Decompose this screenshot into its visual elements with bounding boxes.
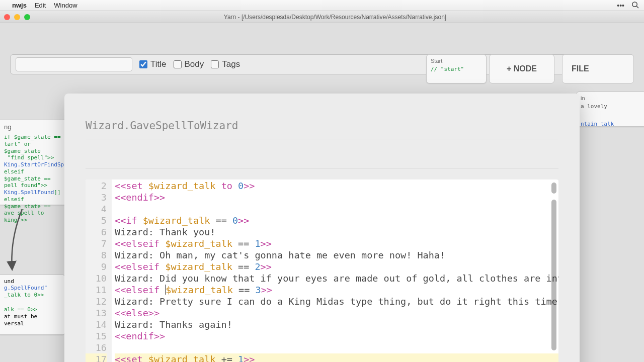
app-menu[interactable]: nwjs <box>12 2 27 9</box>
scrollbar-thumb[interactable] <box>551 200 556 350</box>
code-body[interactable]: <<set $wizard_talk to 0>><<endif>><<if $… <box>112 179 558 362</box>
window-minimize-button[interactable] <box>14 14 20 20</box>
window-titlebar: Yarn - [/Users/desplesda/Desktop/Work/Re… <box>0 11 644 23</box>
menu-window[interactable]: Window <box>54 2 77 9</box>
node-editor-modal: 234567891011121314151617 <<set $wizard_t… <box>64 94 580 362</box>
window-title: Yarn - [/Users/desplesda/Desktop/Work/Re… <box>30 14 640 21</box>
vertical-scrollbar[interactable] <box>551 200 556 360</box>
svg-point-0 <box>632 2 637 6</box>
line-gutter: 234567891011121314151617 <box>86 179 112 362</box>
menu-edit[interactable]: Edit <box>35 2 46 9</box>
window-zoom-button[interactable] <box>24 14 30 20</box>
node-tags-field[interactable] <box>86 139 558 168</box>
overflow-icon[interactable]: ••• <box>617 2 624 10</box>
search-icon[interactable] <box>631 1 639 10</box>
app-window: Yarn - [/Users/desplesda/Desktop/Work/Re… <box>0 11 644 362</box>
macos-menubar: nwjs Edit Window ••• <box>0 0 644 11</box>
node-title-input[interactable] <box>86 118 558 139</box>
svg-line-1 <box>636 6 638 8</box>
window-close-button[interactable] <box>4 14 10 20</box>
code-editor[interactable]: 234567891011121314151617 <<set $wizard_t… <box>86 179 558 362</box>
modal-backdrop[interactable]: 234567891011121314151617 <<set $wizard_t… <box>0 34 644 362</box>
scrollbar-thumb[interactable] <box>551 183 556 194</box>
